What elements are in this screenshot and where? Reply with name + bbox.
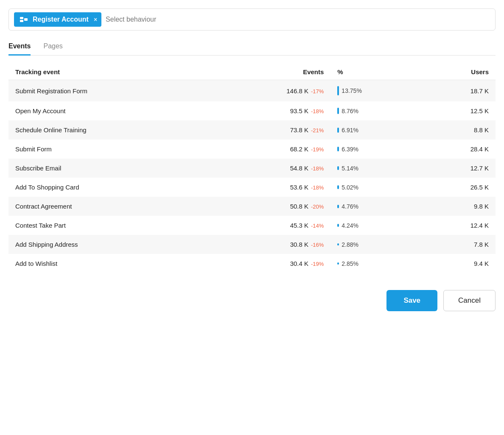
cell-name: Contract Agreement	[8, 197, 210, 216]
cell-name: Submit Form	[8, 139, 210, 159]
table-row: Subscribe Email54.8 K-18%5.14%12.7 K	[8, 159, 496, 178]
cell-users: 8.8 K	[420, 120, 496, 139]
events-value: 146.8 K	[286, 87, 308, 95]
cell-events: 30.4 K-19%	[210, 254, 330, 273]
bar-wrap: 5.02%	[337, 184, 413, 191]
cell-pct: 6.91%	[330, 120, 420, 139]
bar-block	[337, 262, 339, 265]
bar-block	[337, 147, 339, 151]
cell-pct: 2.85%	[330, 254, 420, 273]
bar-wrap: 4.76%	[337, 203, 413, 210]
cancel-button[interactable]: Cancel	[443, 290, 496, 311]
col-header-users: Users	[420, 64, 496, 80]
events-value: 54.8 K	[290, 165, 308, 172]
cell-events: 93.5 K-18%	[210, 101, 330, 120]
bar-wrap: 5.14%	[337, 165, 413, 172]
bar-block	[337, 243, 339, 245]
cell-users: 18.7 K	[420, 80, 496, 102]
cell-users: 12.5 K	[420, 101, 496, 120]
svg-rect-2	[24, 18, 28, 21]
cell-events: 45.3 K-14%	[210, 216, 330, 235]
tracking-table: Tracking event Events % Users Submit Reg…	[8, 64, 496, 273]
change-badge: -20%	[311, 204, 324, 210]
cell-pct: 8.76%	[330, 101, 420, 120]
users-value: 12.7 K	[470, 165, 489, 172]
svg-rect-1	[20, 20, 23, 22]
events-value: 50.8 K	[290, 203, 308, 210]
header-bar: Register Account ×	[8, 8, 496, 31]
events-value: 68.2 K	[290, 145, 308, 153]
cell-name: Add To Shopping Card	[8, 178, 210, 197]
cell-users: 12.4 K	[420, 216, 496, 235]
change-badge: -16%	[311, 242, 324, 248]
bar-wrap: 13.75%	[337, 86, 413, 95]
pct-value: 5.14%	[342, 165, 358, 172]
tag-chip[interactable]: Register Account ×	[14, 12, 101, 27]
events-value: 73.8 K	[290, 126, 308, 134]
cell-events: 68.2 K-19%	[210, 139, 330, 159]
cell-users: 12.7 K	[420, 159, 496, 178]
table-row: Add Shipping Address30.8 K-16%2.88%7.8 K	[8, 235, 496, 254]
cell-users: 9.4 K	[420, 254, 496, 273]
users-value: 12.4 K	[470, 222, 489, 229]
tag-icon	[18, 15, 29, 24]
change-badge: -21%	[311, 127, 324, 134]
cell-events: 146.8 K-17%	[210, 80, 330, 102]
behaviour-input[interactable]	[106, 16, 490, 23]
table-row: Submit Registration Form146.8 K-17%13.75…	[8, 80, 496, 102]
table-row: Add to Wishlist30.4 K-19%2.85%9.4 K	[8, 254, 496, 273]
cell-name: Add Shipping Address	[8, 235, 210, 254]
cell-events: 73.8 K-21%	[210, 120, 330, 139]
col-header-events: Events	[210, 64, 330, 80]
bar-wrap: 2.85%	[337, 260, 413, 267]
pct-value: 13.75%	[342, 87, 361, 94]
bar-wrap: 6.91%	[337, 127, 413, 134]
col-header-name: Tracking event	[8, 64, 210, 80]
cell-events: 54.8 K-18%	[210, 159, 330, 178]
table-row: Schedule Online Training73.8 K-21%6.91%8…	[8, 120, 496, 139]
bar-wrap: 8.76%	[337, 108, 413, 114]
tag-close-icon[interactable]: ×	[94, 16, 97, 23]
change-badge: -19%	[311, 146, 324, 153]
cell-pct: 5.02%	[330, 178, 420, 197]
bar-block	[337, 108, 339, 114]
users-value: 7.8 K	[474, 241, 489, 248]
change-badge: -17%	[311, 88, 324, 95]
save-button[interactable]: Save	[386, 290, 437, 311]
pct-value: 2.85%	[342, 260, 358, 267]
table-row: Contract Agreement50.8 K-20%4.76%9.8 K	[8, 197, 496, 216]
users-value: 9.4 K	[474, 260, 489, 267]
table-row: Open My Account93.5 K-18%8.76%12.5 K	[8, 101, 496, 120]
bar-wrap: 4.24%	[337, 222, 413, 229]
pct-value: 5.02%	[342, 184, 358, 191]
pct-value: 4.76%	[342, 203, 358, 210]
tab-events[interactable]: Events	[8, 39, 31, 56]
cell-pct: 4.76%	[330, 197, 420, 216]
bar-block	[337, 128, 339, 133]
users-value: 9.8 K	[474, 203, 489, 210]
users-value: 8.8 K	[474, 126, 489, 134]
pct-value: 4.24%	[342, 222, 358, 229]
events-value: 53.6 K	[290, 184, 308, 191]
users-value: 18.7 K	[470, 87, 489, 95]
cell-users: 9.8 K	[420, 197, 496, 216]
cell-name: Subscribe Email	[8, 159, 210, 178]
pct-value: 6.39%	[342, 146, 358, 153]
bar-block	[337, 205, 339, 208]
cell-events: 50.8 K-20%	[210, 197, 330, 216]
cell-pct: 2.88%	[330, 235, 420, 254]
tag-label: Register Account	[33, 16, 89, 23]
change-badge: -18%	[311, 108, 324, 114]
bar-wrap: 2.88%	[337, 241, 413, 248]
pct-value: 8.76%	[342, 108, 358, 114]
pct-value: 6.91%	[342, 127, 358, 134]
pct-value: 2.88%	[342, 241, 358, 248]
cell-pct: 4.24%	[330, 216, 420, 235]
tabs: Events Pages	[8, 39, 496, 56]
tab-pages[interactable]: Pages	[43, 39, 62, 56]
footer: Save Cancel	[8, 290, 496, 320]
col-header-pct: %	[330, 64, 420, 80]
cell-name: Contest Take Part	[8, 216, 210, 235]
cell-events: 30.8 K-16%	[210, 235, 330, 254]
bar-block	[337, 166, 339, 170]
